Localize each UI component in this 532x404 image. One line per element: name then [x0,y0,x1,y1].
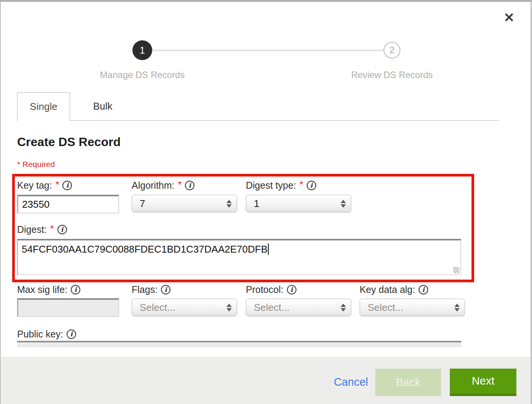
stepper-step-1-circle: 1 [132,40,152,60]
stepper-connector-line [142,50,392,51]
digest-textarea[interactable]: 54FCF030AA1C79C0088FDEC1BD1C37DAA2E70DFB [17,239,461,275]
info-icon[interactable]: i [57,225,67,234]
info-icon[interactable]: i [161,285,170,294]
stepper-step-1-label: Manage DS Records [81,70,203,80]
public-key-textarea[interactable] [17,341,461,347]
required-asterisk: * [178,179,182,190]
modal-footer: Cancel Back Next [1,357,530,404]
flags-select-value: Select... [132,302,221,313]
next-button[interactable]: Next [450,369,516,396]
back-button[interactable]: Back [375,369,441,396]
algorithm-select[interactable]: 7 [132,195,237,212]
max-sig-life-label-text: Max sig life: [17,284,67,295]
digest-type-select[interactable]: 1 [246,195,351,212]
flags-label-text: Flags: [132,284,158,295]
key-data-alg-label-text: Key data alg: [360,284,415,295]
select-stepper-arrows-icon [336,304,351,312]
tab-bulk[interactable]: Bulk [78,92,127,121]
create-ds-record-modal: ✕ 1 2 Manage DS Records Review DS Record… [0,0,532,404]
protocol-select-value: Select... [246,302,336,313]
info-icon[interactable]: i [71,285,80,294]
select-stepper-arrows-icon [336,200,351,208]
required-asterisk: * [56,179,59,190]
protocol-select[interactable]: Select... [246,299,351,316]
cancel-button[interactable]: Cancel [334,376,368,388]
stepper-step-2-circle: 2 [384,42,400,59]
digest-type-label: Digest type: * i [246,180,316,191]
required-note: * Required [17,160,55,169]
key-data-alg-select[interactable]: Select... [360,299,465,316]
key-tag-label-text: Key tag: [17,180,52,191]
close-icon[interactable]: ✕ [504,11,515,24]
tab-bar: Single Bulk [17,92,499,121]
key-tag-label: Key tag: * i [17,180,72,191]
key-data-alg-select-value: Select... [360,302,449,313]
digest-type-select-value: 1 [246,198,336,210]
digest-value: 54FCF030AA1C79C0088FDEC1BD1C37DAA2E70DFB [22,243,268,255]
flags-label: Flags: i [132,284,170,295]
info-icon[interactable]: i [307,181,316,190]
select-stepper-arrows-icon [221,200,237,208]
key-tag-input[interactable] [17,195,119,213]
info-icon[interactable]: i [185,181,194,190]
flags-select[interactable]: Select... [132,299,237,316]
select-stepper-arrows-icon [221,304,237,312]
protocol-label-text: Protocol: [246,284,284,295]
required-asterisk: * [299,179,303,190]
algorithm-label: Algorithm: * i [132,180,194,191]
tab-single[interactable]: Single [17,92,70,121]
info-icon[interactable]: i [419,285,428,294]
info-icon[interactable]: i [62,181,72,190]
digest-label-text: Digest: [17,224,47,235]
resize-handle-icon[interactable] [453,267,459,273]
public-key-label-text: Public key: [17,329,63,340]
required-asterisk: * [50,223,54,234]
info-icon[interactable]: i [287,285,296,294]
digest-label: Digest: * i [17,224,67,235]
select-stepper-arrows-icon [449,304,465,312]
page-title: Create DS Record [17,135,121,149]
protocol-label: Protocol: i [246,284,296,295]
digest-type-label-text: Digest type: [246,180,296,191]
max-sig-life-label: Max sig life: i [17,284,80,295]
algorithm-label-text: Algorithm: [132,180,175,191]
algorithm-select-value: 7 [132,198,221,210]
text-cursor [268,243,269,255]
stepper-step-2-label: Review DS Records [331,70,453,80]
max-sig-life-input[interactable] [17,298,119,317]
public-key-label: Public key: i [17,329,76,340]
key-data-alg-label: Key data alg: i [360,284,428,295]
info-icon[interactable]: i [67,329,76,339]
